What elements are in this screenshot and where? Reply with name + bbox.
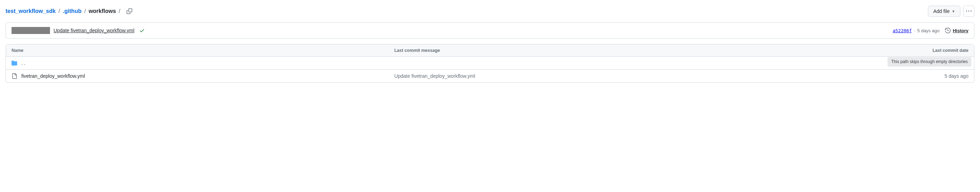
column-header-name: Name: [11, 48, 394, 53]
latest-commit-box: Update fivetran_deploy_workflow.yml a522…: [6, 22, 974, 38]
breadcrumb-parent[interactable]: .github: [63, 8, 81, 14]
file-name-link[interactable]: fivetran_deploy_workflow.yml: [21, 73, 85, 79]
table-row: fivetran_deploy_workflow.yml Update five…: [6, 70, 974, 82]
history-icon: [945, 28, 951, 33]
add-file-label: Add file: [933, 8, 950, 14]
kebab-icon: [966, 8, 972, 14]
breadcrumb: test_workflow_sdk / .github / workflows …: [6, 8, 132, 14]
table-row-parent[interactable]: . .: [6, 57, 974, 70]
column-header-date: Last commit date: [899, 48, 969, 53]
breadcrumb-current: workflows: [89, 8, 116, 14]
file-listing: Name Last commit message Last commit dat…: [6, 44, 974, 83]
commit-age: 5 days ago: [917, 28, 940, 33]
history-label: History: [953, 28, 969, 33]
column-header-message: Last commit message: [394, 48, 899, 53]
path-skip-tooltip: This path skips through empty directorie…: [888, 57, 971, 66]
add-file-button[interactable]: Add file ▼: [928, 6, 961, 17]
status-success-icon[interactable]: [139, 28, 145, 33]
file-table-header: Name Last commit message Last commit dat…: [6, 45, 974, 57]
commit-message-link[interactable]: Update fivetran_deploy_workflow.yml: [54, 28, 134, 33]
chevron-down-icon: ▼: [952, 10, 955, 13]
row-commit-date: 5 days ago: [899, 73, 969, 79]
breadcrumb-root[interactable]: test_workflow_sdk: [6, 8, 56, 14]
copy-path-icon[interactable]: [127, 8, 132, 14]
separator-dot: ·: [914, 28, 915, 33]
breadcrumb-separator: /: [56, 8, 62, 14]
parent-directory-link[interactable]: . .: [21, 60, 25, 66]
history-link[interactable]: History: [945, 28, 969, 33]
file-icon: [11, 73, 17, 79]
author-placeholder: [11, 27, 50, 34]
header-actions: Add file ▼: [928, 6, 974, 17]
more-options-button[interactable]: [963, 6, 974, 17]
folder-icon: [11, 60, 17, 66]
row-commit-message-link[interactable]: Update fivetran_deploy_workflow.yml: [394, 73, 475, 79]
breadcrumb-separator: /: [82, 8, 88, 14]
breadcrumb-separator: /: [117, 8, 123, 14]
commit-sha-link[interactable]: a52206f: [892, 28, 912, 33]
